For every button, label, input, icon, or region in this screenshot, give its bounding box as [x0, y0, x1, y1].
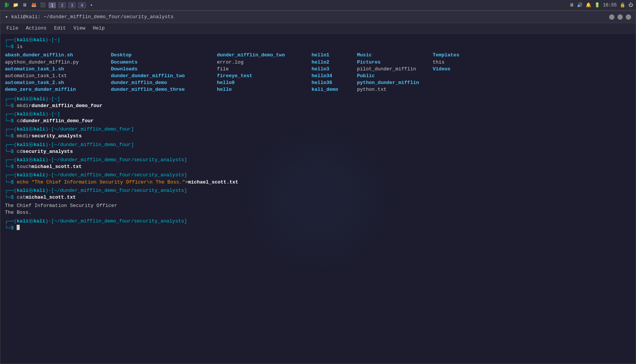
path-1: ~ — [54, 37, 57, 44]
prompt-dollar-line-6: └─$ touch michael_scott.txt — [5, 163, 631, 170]
prompt-dollar-line-3: └─$ cd dunder_mifflin_demo_four — [5, 118, 631, 124]
prompt-dollar-line-1: └─$ ls — [5, 44, 631, 50]
ls-item-documents: Documents — [111, 59, 217, 66]
ls-item-apython: apython_dunder_mifflin.py — [5, 59, 111, 66]
terminal-icon[interactable]: 🖥 — [21, 2, 28, 9]
kali-dragon-icon: 🐉 — [3, 2, 10, 9]
ls-item-pictures: Pictures — [357, 59, 433, 66]
ls-item-file: file — [217, 66, 312, 73]
ls-item-dunder-two: dunder_mifflin_demo_two — [217, 52, 312, 59]
ls-command-block: ┌──(kali㉿kali)-[~] └─$ ls — [5, 37, 631, 50]
ls-item-hello34: hello34 — [312, 73, 357, 79]
bracket-left-1: ┌──( — [5, 37, 17, 44]
ls-item-automation2sh: automation_task_2.sh — [5, 79, 111, 86]
menu-bar: File Actions Edit View Help — [0, 23, 636, 34]
bracket-right-1: )-[ — [45, 37, 54, 44]
desktop-1-button[interactable]: 1 — [48, 2, 56, 8]
prompt-dollar-line-5: └─$ cd security_analysts — [5, 148, 631, 155]
ls-item-python-dunder: python_dunder_mifflin — [357, 79, 433, 86]
prompt-dollar-line-2: └─$ mkdir dunder_mifflin_demo_four — [5, 103, 631, 109]
ls-item-hello1: hello1 — [312, 52, 357, 59]
ls-item-desktop: Desktop — [111, 52, 217, 59]
cat-output-line2: The Boss. — [5, 209, 631, 216]
prompt-dollar-line-9: └─$ — [5, 225, 631, 232]
monitor-icon: 🖥 — [569, 2, 574, 8]
ls-item-python-txt: python.txt — [357, 86, 433, 93]
files-icon[interactable]: 📁 — [12, 2, 19, 9]
cd-demo-four-block: ┌──(kali㉿kali)-[~] └─$ cd dunder_mifflin… — [5, 111, 631, 124]
ls-item-automation1txt: automation_task_1.txt — [5, 73, 111, 79]
desktop-2-button[interactable]: 2 — [58, 2, 66, 8]
ls-item-hello3: hello3 — [312, 66, 357, 73]
dollar-1: $ — [11, 44, 17, 50]
prompt-line-2: ┌──(kali㉿kali)-[~] — [5, 96, 631, 103]
ls-item-hello0: hello0 — [217, 79, 312, 86]
prompt-line-8: ┌──(kali㉿kali)-[~/dunder_mifflin_demo_fo… — [5, 187, 631, 194]
cat-output-line1: The Chief Information Security Officer — [5, 202, 631, 209]
firefox-icon[interactable]: 🦊 — [30, 2, 37, 9]
prompt-line-3: ┌──(kali㉿kali)-[~] — [5, 111, 631, 118]
desktop-3-button[interactable]: 3 — [68, 2, 76, 8]
final-prompt-block: ┌──(kali㉿kali)-[~/dunder_mifflin_demo_fo… — [5, 218, 631, 232]
ls-item-videos: Videos — [433, 66, 508, 73]
prompt-dollar-line-4: └─$ mkdir security_analysts — [5, 133, 631, 140]
lock-icon: 🔒 — [620, 2, 625, 8]
menu-edit[interactable]: Edit — [51, 25, 69, 32]
ls-item-templates: Templates — [433, 52, 508, 59]
ls-item-downloads: Downloads — [111, 66, 217, 73]
ls-item-this: this — [433, 59, 508, 66]
window-title: kali@kali: ~/dunder_mifflin_demo_four/se… — [11, 14, 173, 20]
system-bar-left: 🐉 📁 🖥 🦊 ⬛ 1 2 3 4 ▪ — [3, 2, 95, 9]
prompt-line-9: ┌──(kali㉿kali)-[~/dunder_mifflin_demo_fo… — [5, 218, 631, 225]
ls-output: abash_dunder_mifflin.sh Desktop dunder_m… — [5, 52, 631, 93]
ls-item-hello36: hello36 — [312, 79, 357, 86]
minimize-button[interactable] — [609, 14, 614, 20]
ls-item-dunder-dunder-two: dunder_dunder_mifflin_two — [111, 73, 217, 79]
ls-item-hello: hello — [217, 86, 312, 93]
cd-security-block: ┌──(kali㉿kali)-[~/dunder_mifflin_demo_fo… — [5, 142, 631, 155]
ls-item-pilot: pilot_dunder_mifflin — [357, 66, 433, 73]
ls-item-dunder-mifflin-demo: dunder_mifflin_demo — [111, 79, 217, 86]
tree-char-1: └─ — [5, 44, 11, 50]
terminal-content[interactable]: ┌──(kali㉿kali)-[~] └─$ ls abash_dunder_m… — [0, 34, 636, 364]
prompt-dollar-line-7: └─$ echo "The Chief Information Security… — [5, 179, 631, 186]
terminal-taskbar-icon[interactable]: ▪ — [88, 2, 95, 9]
prompt-line-4: ┌──(kali㉿kali)-[~/dunder_mifflin_demo_fo… — [5, 126, 631, 133]
touch-block: ┌──(kali㉿kali)-[~/dunder_mifflin_demo_fo… — [5, 157, 631, 170]
title-bar: ▪ kali@kali: ~/dunder_mifflin_demo_four/… — [0, 11, 636, 23]
battery-icon: 🔋 — [594, 2, 600, 8]
close-button[interactable] — [626, 14, 631, 20]
prompt-line-7: ┌──(kali㉿kali)-[~/dunder_mifflin_demo_fo… — [5, 172, 631, 179]
ls-item-demo-zero: demo_zero_dunder_mifflin — [5, 86, 111, 93]
menu-help[interactable]: Help — [90, 25, 108, 32]
system-bar-right: 🖥 🔊 🔔 🔋 16:55 🔒 ⏻ — [569, 2, 633, 8]
ls-item-public: Public — [357, 73, 433, 79]
terminal-window-icon: ▪ — [5, 14, 8, 20]
ls-item-kali-demo: kali_demo — [312, 86, 357, 93]
menu-file[interactable]: File — [3, 25, 21, 32]
prompt-dollar-line-8: └─$ cat michael_scott.txt — [5, 194, 631, 201]
maximize-button[interactable] — [617, 14, 623, 20]
at-1: ㉿ — [28, 37, 33, 44]
ls-item-hello2: hello2 — [312, 59, 357, 66]
ls-item-dunder-three: dunder_mifflin_demo_three — [111, 86, 217, 93]
mkdir-security-block: ┌──(kali㉿kali)-[~/dunder_mifflin_demo_fo… — [5, 126, 631, 140]
ls-item-music: Music — [357, 52, 433, 59]
desktop-4-button[interactable]: 4 — [78, 2, 86, 8]
ls-row-4: automation_task_1.txt dunder_dunder_miff… — [5, 73, 631, 79]
clock: 16:55 — [603, 3, 617, 8]
ls-row-1: abash_dunder_mifflin.sh Desktop dunder_m… — [5, 52, 631, 59]
window-icon[interactable]: ⬛ — [39, 2, 46, 9]
cursor — [17, 225, 20, 230]
ls-item-automation1sh: automation_task_1.sh — [5, 66, 111, 73]
title-bar-controls — [609, 14, 631, 20]
terminal-window: ▪ kali@kali: ~/dunder_mifflin_demo_four/… — [0, 11, 636, 364]
ls-row-2: apython_dunder_mifflin.py Documents erro… — [5, 59, 631, 66]
menu-actions[interactable]: Actions — [23, 25, 50, 32]
ls-row-5: automation_task_2.sh dunder_mifflin_demo… — [5, 79, 631, 86]
prompt-line-6: ┌──(kali㉿kali)-[~/dunder_mifflin_demo_fo… — [5, 157, 631, 163]
hostname-1: kali — [33, 37, 45, 44]
menu-view[interactable]: View — [70, 25, 88, 32]
cat-block: ┌──(kali㉿kali)-[~/dunder_mifflin_demo_fo… — [5, 187, 631, 201]
ls-item-errorlog: error.log — [217, 59, 312, 66]
